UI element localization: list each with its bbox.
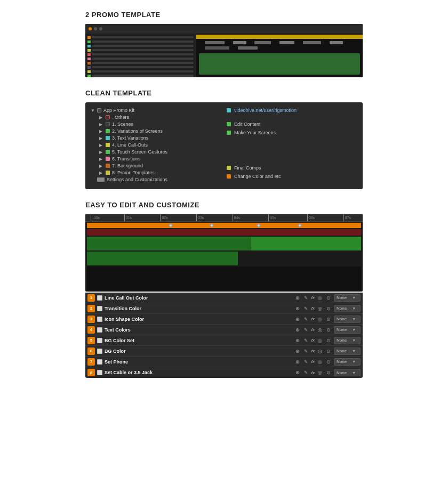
anchor-icon: ⊕	[294, 359, 301, 365]
dot2	[94, 27, 97, 30]
layer-num-box: 4	[87, 326, 95, 334]
dropdown-label: None	[337, 317, 347, 321]
layer-dropdown[interactable]: None ▼	[334, 316, 361, 323]
fx-label: fx	[311, 359, 315, 364]
dot1	[89, 27, 92, 30]
item-icon	[97, 177, 105, 182]
layer-dropdown[interactable]: None ▼	[334, 347, 361, 355]
layer-row-1: 1 Line Call Out Color ⊕ ✎ fx ◎ ⊙ None ▼	[85, 293, 363, 303]
easy-section: EASY TO EDIT AND CUSTOMIZE -00s 01s 02s …	[85, 201, 363, 378]
item-arrow: ▶	[99, 150, 103, 155]
ct-col-left: ▼ App Promo Kit ▶ . Others ▶ 1. Sce	[91, 108, 221, 184]
ct-item-variations: ▶ 2. Variations of Screens	[91, 128, 221, 134]
dropdown-arrow: ▼	[352, 360, 356, 363]
item-label: 1. Scenes	[112, 122, 133, 127]
right-label: Final Comps	[234, 165, 261, 171]
layer-row	[87, 57, 194, 60]
layer-num: 7	[90, 359, 92, 364]
promo-content	[85, 34, 363, 77]
layer-dropdown[interactable]: None ▼	[334, 337, 361, 344]
layer-row	[87, 61, 194, 64]
ct-item-text-variations: ▶ 3. Text Variations	[91, 135, 221, 141]
layer-num: 4	[90, 327, 92, 332]
dropdown-arrow: ▼	[352, 328, 356, 332]
keyframe	[298, 223, 302, 228]
layer-num-box: 5	[87, 337, 95, 344]
ct-item-transitions: ▶ 6. Transitions	[91, 156, 221, 161]
item-icon	[106, 150, 110, 154]
easy-title: EASY TO EDIT AND CUSTOMIZE	[85, 201, 363, 209]
layer-dropdown[interactable]: None ▼	[334, 369, 361, 376]
tl-marker-4: 04s	[233, 214, 240, 221]
timeline-bar	[196, 35, 363, 39]
dropdown-label: None	[337, 338, 347, 343]
promo-screenshot	[85, 24, 363, 77]
fx-label: fx	[311, 370, 315, 375]
clock-icon: ⊙	[325, 348, 332, 354]
tl-marker-2: 02s	[160, 214, 167, 221]
layer-controls: ⊕ ✎ fx ◎ ⊙	[294, 337, 332, 344]
promo-right-panel	[196, 34, 363, 77]
root-label: App Promo Kit	[103, 108, 134, 113]
pen-icon: ✎	[303, 327, 309, 333]
tl-marker-0: -00s	[91, 214, 100, 221]
layer-dropdown[interactable]: None ▼	[334, 326, 361, 334]
ct-right-edit: Edit Content	[227, 122, 357, 127]
layer-dropdown[interactable]: None ▼	[334, 305, 361, 312]
layer-row	[87, 74, 194, 77]
clock-icon: ⊙	[325, 327, 332, 333]
layer-num-box: 6	[87, 347, 95, 355]
layer-controls: ⊕ ✎ fx ◎ ⊙	[294, 369, 332, 376]
layer-dropdown[interactable]: None ▼	[334, 358, 361, 366]
fx-label: fx	[311, 295, 315, 300]
clock-icon: ⊙	[325, 337, 332, 344]
ct-columns: ▼ App Promo Kit ▶ . Others ▶ 1. Sce	[91, 108, 357, 184]
tl-ruler: -00s 01s 02s 03s 04s 05s 06s 07s	[85, 214, 363, 222]
item-label: 5. Touch Screen Gestures	[112, 149, 167, 155]
layer-controls: ⊕ ✎ fx ◎ ⊙	[294, 295, 332, 301]
keyframe	[256, 223, 260, 228]
right-icon	[227, 131, 231, 135]
clock-icon: ⊙	[325, 295, 332, 301]
solo-icon: ◎	[317, 359, 323, 365]
ct-item-callouts: ▶ 4. Line Call-Outs	[91, 142, 221, 148]
layer-num-box: 8	[87, 369, 95, 376]
item-label: 4. Line Call-Outs	[112, 142, 148, 148]
clock-icon: ⊙	[325, 316, 332, 322]
right-icon	[227, 108, 231, 112]
right-link[interactable]: videohive.net/user/rigsmotion	[234, 108, 297, 113]
dark-area	[87, 252, 361, 265]
promo-title: 2 PROMO TEMPLATE	[85, 11, 363, 19]
ct-root-row: ▼ App Promo Kit	[91, 108, 221, 113]
dropdown-label: None	[337, 295, 347, 300]
layer-num-box: 1	[87, 294, 95, 302]
dropdown-label: None	[337, 327, 347, 332]
solo-icon: ◎	[317, 369, 323, 376]
tl-marker-7: 07s	[343, 214, 351, 221]
pen-icon: ✎	[303, 316, 309, 322]
item-icon	[106, 136, 110, 140]
item-arrow: ▶	[99, 164, 103, 168]
layer-controls: ⊕ ✎ fx ◎ ⊙	[294, 316, 332, 322]
ct-item-background: ▶ 7. Background	[91, 163, 221, 168]
layer-name: Transition Color	[105, 306, 292, 311]
item-icon	[106, 171, 110, 175]
pen-icon: ✎	[303, 305, 309, 312]
item-arrow: ▶	[99, 171, 103, 175]
layer-dropdown[interactable]: None ▼	[334, 294, 361, 302]
clock-icon: ⊙	[325, 369, 332, 376]
item-arrow: ▶	[99, 115, 103, 120]
layer-name: Set Cable or 3.5 Jack	[105, 370, 292, 375]
item-arrow: ▶	[99, 122, 103, 127]
dropdown-label: None	[337, 370, 347, 375]
layer-name: BG Color Set	[105, 338, 292, 343]
ct-item-others: ▶ . Others	[91, 115, 221, 120]
anchor-icon: ⊕	[294, 337, 301, 344]
layer-num-box: 3	[87, 316, 95, 323]
layer-num: 3	[90, 317, 92, 321]
layer-controls: ⊕ ✎ fx ◎ ⊙	[294, 327, 332, 333]
dropdown-arrow: ▼	[352, 349, 356, 353]
layer-num-box: 7	[87, 358, 95, 366]
ct-item-settings: ▶ Settings and Customizations	[91, 177, 221, 182]
solo-icon: ◎	[317, 348, 323, 354]
